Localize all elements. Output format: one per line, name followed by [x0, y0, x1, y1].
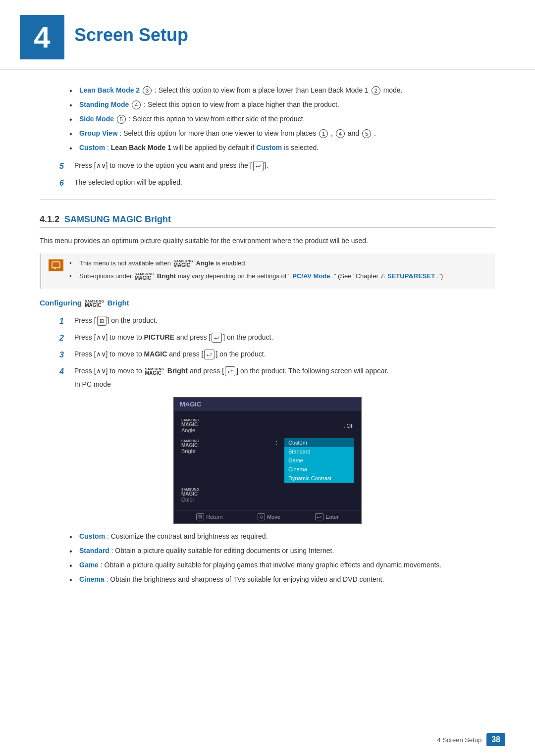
- submenu-item-dynamic[interactable]: Dynamic Contrast: [284, 474, 354, 483]
- option-item-cinema: Cinema : Obtain the brightness and sharp…: [69, 574, 495, 585]
- item-label: Group View: [79, 129, 118, 137]
- config-step-3: 3 Press [∧∨] to move to MAGIC and press …: [59, 349, 495, 361]
- circle-4b: 4: [336, 129, 345, 138]
- note-text-1b: is enabled.: [215, 259, 247, 267]
- config-step-4: 4 Press [∧∨] to move to SAMSUNGMAGIC Bri…: [59, 366, 495, 390]
- circle-4: 4: [132, 101, 141, 109]
- section-412-intro: This menu provides an optimum picture qu…: [40, 235, 495, 246]
- note-box: This menu is not available when SAMSUNG …: [40, 253, 495, 289]
- list-item: Lean Back Mode 2 3 : Select this option …: [69, 85, 495, 96]
- note-icon: [49, 259, 63, 271]
- in-pc-mode: In PC mode: [74, 379, 495, 390]
- item-label: Lean Back Mode 2: [79, 86, 140, 94]
- step-content-4: Press [∧∨] to move to SAMSUNGMAGIC Brigh…: [74, 366, 495, 390]
- note-text-2b: may vary depending on the settings of ": [178, 272, 291, 280]
- magic-logo-step4: SAMSUNGMAGIC: [145, 367, 164, 376]
- item-period: .: [374, 129, 376, 137]
- note-pcav: PC/AV Mode: [292, 272, 330, 280]
- footer-return-label: Return: [206, 514, 222, 520]
- menu-value-angle: : Off: [343, 423, 354, 429]
- submenu-item-cinema[interactable]: Cinema: [284, 465, 354, 474]
- menu-header: MAGIC: [174, 398, 361, 411]
- option-label-standard: Standard: [79, 547, 109, 554]
- item-text: : Select this option to view from either…: [129, 115, 305, 123]
- menu-colon-bright: :: [276, 438, 277, 446]
- footer-move: ◇ Move: [258, 513, 280, 520]
- separator: [40, 199, 495, 200]
- section-number: 4.1.2: [40, 214, 64, 224]
- option-text-standard: : Obtain a picture quality suitable for …: [111, 547, 334, 554]
- note-angle-label: Angle: [196, 259, 214, 267]
- circle-3: 3: [143, 86, 152, 95]
- note-content: This menu is not available when SAMSUNG …: [69, 258, 488, 284]
- key-enter2: ⮐: [212, 333, 222, 343]
- note-item-2: Sub-options under SAMSUNG MAGIC Bright m…: [69, 271, 488, 281]
- submenu-item-custom[interactable]: Custom: [284, 438, 354, 447]
- svg-rect-0: [52, 262, 60, 268]
- item-label: Custom: [79, 144, 105, 151]
- note-text-2d: ."): [437, 272, 443, 280]
- item-and: and: [348, 129, 361, 137]
- item-text2: is selected.: [284, 144, 319, 151]
- footer-move-icon: ◇: [258, 513, 265, 520]
- footer-enter-icon: ⮐: [315, 513, 323, 520]
- note-setup: SETUP&RESET: [387, 272, 435, 280]
- menu-submenu: Custom Standard Game Cinema Dynamic Cont…: [284, 438, 354, 483]
- option-text-game: : Obtain a picture quality suitable for …: [101, 561, 441, 569]
- menu-label-angle: SAMSUNG MAGIC Angle: [181, 418, 343, 433]
- step-content: The selected option will be applied.: [74, 177, 495, 189]
- item-text: : Select this option to view from a plac…: [155, 86, 371, 94]
- list-item: Standing Mode 4 : Select this option to …: [69, 100, 495, 110]
- main-content: Lean Back Mode 2 3 : Select this option …: [0, 85, 535, 619]
- step-num-3: 3: [59, 349, 74, 361]
- footer-enter: ⮐ Enter: [315, 513, 338, 520]
- footer-return: ⊞ Return: [196, 513, 222, 520]
- list-item: Custom : Lean Back Mode 1 will be applie…: [69, 143, 495, 153]
- option-label-game: Game: [79, 561, 99, 569]
- menu-body: SAMSUNG MAGIC Angle : Off SAMSUNG MAGIC …: [174, 411, 361, 510]
- submenu-item-game[interactable]: Game: [284, 456, 354, 465]
- picture-label: PICTURE: [144, 333, 174, 341]
- submenu-item-standard[interactable]: Standard: [284, 447, 354, 456]
- configuring-label: Configuring: [40, 299, 84, 307]
- chapter-number: 4: [34, 20, 50, 54]
- footer-chapter-label: 4 Screen Setup: [437, 736, 482, 744]
- note-bullets-list: This menu is not available when SAMSUNG …: [69, 258, 488, 281]
- menu-title: MAGIC: [180, 401, 201, 408]
- menu-label-bright: SAMSUNG MAGIC Bright: [181, 438, 276, 454]
- option-label-cinema: Cinema: [79, 575, 105, 583]
- magic-label: MAGIC: [144, 350, 167, 358]
- item-text: will be applied by default if: [173, 144, 256, 151]
- magic-logo-angle: SAMSUNG MAGIC: [174, 259, 193, 268]
- step-num-2: 2: [59, 332, 74, 344]
- page-header: 4 Screen Setup: [0, 0, 535, 70]
- key-enter3: ⮐: [204, 350, 214, 360]
- menu-row-bright: SAMSUNG MAGIC Bright : Custom Standard G…: [174, 436, 361, 485]
- item-custom: Custom: [256, 144, 282, 151]
- pencil-icon: [52, 261, 60, 269]
- step-num-1: 1: [59, 315, 74, 327]
- section-412-heading: 4.1.2 SAMSUNG MAGIC Bright: [40, 214, 495, 228]
- configuring-steps: 1 Press [⊞] on the product. 2 Press [∧∨]…: [59, 315, 495, 390]
- footer-return-icon: ⊞: [196, 513, 204, 520]
- item-label: Side Mode: [79, 115, 114, 123]
- option-label-custom: Custom: [79, 532, 105, 540]
- circle-1: 1: [319, 129, 328, 138]
- config-step-1: 1 Press [⊞] on the product.: [59, 315, 495, 327]
- configuring-heading: Configuring SAMSUNG MAGIC Bright: [40, 299, 495, 308]
- item-colon: :: [107, 144, 111, 151]
- magic-logo-bright: SAMSUNG MAGIC: [135, 272, 154, 281]
- configuring-bright: Bright: [107, 299, 129, 307]
- key-enter4: ⮐: [225, 366, 235, 377]
- item-text: : Select this option for more than one v…: [119, 129, 318, 137]
- key-menu: ⊞: [97, 316, 107, 326]
- step-5: 5 Press [∧∨] to move to the option you w…: [59, 160, 495, 172]
- note-bright-label: Bright: [157, 272, 176, 280]
- page-footer: 4 Screen Setup 38: [437, 733, 505, 746]
- step-content-2: Press [∧∨] to move to PICTURE and press …: [74, 332, 495, 344]
- note-item-1: This menu is not available when SAMSUNG …: [69, 258, 488, 268]
- steps-5-6: 5 Press [∧∨] to move to the option you w…: [59, 160, 495, 189]
- list-item: Group View : Select this option for more…: [69, 128, 495, 139]
- bright-step4: Bright: [165, 367, 188, 375]
- step-number: 5: [59, 160, 74, 172]
